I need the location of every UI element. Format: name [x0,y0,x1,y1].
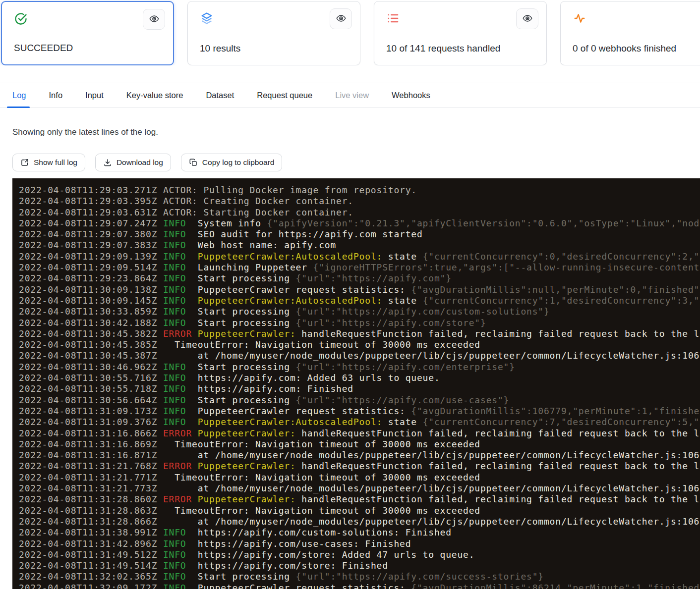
tab-live-view: Live view [335,83,369,107]
status-card-label: 10 of 141 requests handled [386,43,500,54]
status-cards: SUCCEEDED10 results10 of 141 requests ha… [0,0,700,65]
log-line: 2022-04-08T11:31:16.866Z ERROR Puppeteer… [19,428,700,439]
eye-button[interactable] [516,8,538,29]
log-line: 2022-04-08T11:31:09.173Z INFO PuppeteerC… [19,406,700,417]
log-line: 2022-04-08T11:30:56.664Z INFO Start proc… [19,395,700,406]
show-full-log-button[interactable]: Show full log [12,154,85,171]
eye-button[interactable] [143,9,165,30]
log-line: 2022-04-08T11:31:38.991Z INFO https://ap… [19,527,700,538]
log-line: 2022-04-08T11:32:02.365Z INFO Start proc… [19,571,700,582]
log-line: 2022-04-08T11:31:28.866Z at /home/myuser… [19,516,700,527]
status-card-label: SUCCEEDED [14,43,73,54]
list-icon [386,11,400,25]
download-icon [103,158,112,167]
log-line: 2022-04-08T11:29:03.631Z ACTOR: Starting… [19,207,700,218]
log-line: 2022-04-08T11:30:45.387Z at /home/myuser… [19,350,700,361]
eye-icon [522,13,533,25]
tab-request-queue[interactable]: Request queue [257,83,312,107]
layers-icon [200,11,214,25]
log-line: 2022-04-08T11:29:03.395Z ACTOR: Creating… [19,196,700,207]
external-link-icon [20,158,29,167]
log-line: 2022-04-08T11:31:49.514Z INFO https://ap… [19,560,700,571]
log-line: 2022-04-08T11:30:42.188Z INFO Start proc… [19,318,700,328]
eye-button[interactable] [330,8,352,29]
tab-input[interactable]: Input [85,83,104,107]
log-line: 2022-04-08T11:31:21.773Z at /home/myuser… [19,483,700,494]
eye-icon [149,13,160,26]
action-button-label: Copy log to clipboard [202,158,275,167]
log-line: 2022-04-08T11:31:09.376Z INFO PuppeteerC… [19,417,700,428]
tab-key-value-store[interactable]: Key-value store [126,83,183,107]
log-line: 2022-04-08T11:31:49.512Z INFO https://ap… [19,549,700,560]
log-line: 2022-04-08T11:29:07.383Z INFO Web host n… [19,240,700,251]
status-card-webhooks: 0 of 0 webhooks finished [560,1,700,65]
log-line: 2022-04-08T11:30:45.382Z ERROR Puppeteer… [19,328,700,339]
status-card-results: 10 results [187,1,360,65]
log-line: 2022-04-08T11:31:28.863Z TimeoutError: N… [19,505,700,516]
action-button-label: Show full log [34,158,77,167]
tab-info[interactable]: Info [49,83,63,107]
log-line: 2022-04-08T11:29:09.139Z INFO PuppeteerC… [19,251,700,262]
status-card-label: 10 results [200,43,240,54]
download-log-button[interactable]: Download log [95,154,171,171]
log-line: 2022-04-08T11:30:46.962Z INFO Start proc… [19,362,700,373]
log-line: 2022-04-08T11:31:16.869Z TimeoutError: N… [19,439,700,450]
log-terminal[interactable]: 2022-04-08T11:29:03.271Z ACTOR: Pulling … [12,178,700,589]
tab-webhooks[interactable]: Webhooks [392,83,430,107]
log-notice: Showing only the latest lines of the log… [12,127,700,137]
eye-icon [336,13,347,25]
log-line: 2022-04-08T11:31:28.860Z ERROR Puppeteer… [19,494,700,505]
pulse-icon [573,11,586,25]
log-line: 2022-04-08T11:31:16.871Z at /home/myuser… [19,450,700,461]
log-line: 2022-04-08T11:30:55.716Z INFO https://ap… [19,373,700,383]
log-line: 2022-04-08T11:31:42.896Z INFO https://ap… [19,538,700,549]
log-line: 2022-04-08T11:31:21.768Z ERROR Puppeteer… [19,461,700,472]
tab-bar: LogInfoInputKey-value storeDatasetReques… [0,83,700,108]
log-line: 2022-04-08T11:30:09.138Z INFO PuppeteerC… [19,284,700,295]
log-line: 2022-04-08T11:29:03.271Z ACTOR: Pulling … [19,185,700,196]
status-card-requests: 10 of 141 requests handled [374,1,547,65]
log-line: 2022-04-08T11:29:09.514Z INFO Launching … [19,262,700,273]
log-line: 2022-04-08T11:30:55.718Z INFO https://ap… [19,383,700,394]
log-line: 2022-04-08T11:30:45.385Z TimeoutError: N… [19,339,700,350]
log-line: 2022-04-08T11:32:09.172Z INFO PuppeteerC… [19,583,700,589]
log-actions: Show full logDownload logCopy log to cli… [12,154,700,171]
log-line: 2022-04-08T11:29:07.380Z INFO SEO audit … [19,229,700,240]
action-button-label: Download log [117,158,163,167]
status-card-succeeded: SUCCEEDED [1,1,174,65]
check-circle-icon [14,12,28,26]
log-line: 2022-04-08T11:29:07.247Z INFO System inf… [19,218,700,229]
copy-log-to-clipboard-button[interactable]: Copy log to clipboard [181,154,283,171]
tab-log[interactable]: Log [12,83,26,107]
log-line: 2022-04-08T11:31:21.771Z TimeoutError: N… [19,472,700,483]
log-line: 2022-04-08T11:29:23.864Z INFO Start proc… [19,273,700,284]
tab-dataset[interactable]: Dataset [206,83,234,107]
status-card-label: 0 of 0 webhooks finished [573,43,676,54]
log-line: 2022-04-08T11:30:09.145Z INFO PuppeteerC… [19,295,700,306]
log-line: 2022-04-08T11:30:33.859Z INFO Start proc… [19,306,700,317]
copy-icon [189,158,198,167]
